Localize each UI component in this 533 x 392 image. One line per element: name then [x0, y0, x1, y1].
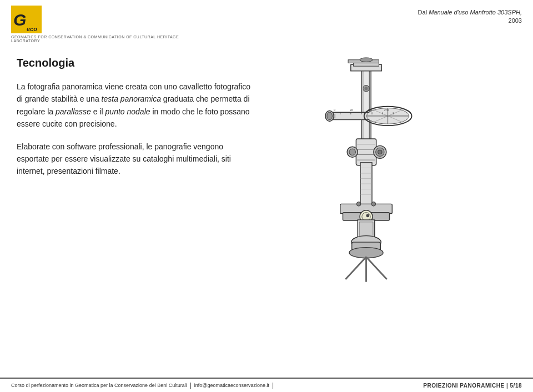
- svg-point-63: [356, 202, 361, 207]
- svg-point-28: [378, 150, 383, 154]
- page-number: 5/18: [510, 383, 522, 389]
- header-right: Dal Manuale d'uso Manfrotto 303SPH, 2003: [418, 6, 522, 26]
- footer: Corso di perfezionamento in Geomatica pe…: [0, 378, 533, 392]
- text-area: Tecnologia La fotografia panoramica vien…: [17, 51, 255, 375]
- svg-point-13: [327, 112, 333, 119]
- page-container: G eco GEOMATICS FOR CONSERVATION & COMMU…: [0, 0, 533, 392]
- image-area: 0 90 180 270: [266, 51, 477, 375]
- svg-text:180: 180: [368, 109, 372, 112]
- svg-point-42: [366, 214, 370, 218]
- svg-line-50: [366, 257, 387, 279]
- panoramic-head-illustration: 0 90 180 270: [283, 57, 461, 290]
- footer-divider-3: |: [506, 383, 508, 389]
- svg-point-8: [360, 58, 373, 62]
- svg-text:270: 270: [384, 109, 389, 112]
- page-total: 18: [515, 383, 522, 389]
- footer-divider-1: |: [190, 381, 192, 389]
- page-current: 5: [510, 383, 514, 389]
- svg-text:eco: eco: [27, 26, 37, 32]
- svg-point-30: [349, 149, 355, 155]
- footer-section-label: PROIEZIONI PANORAMICHE | 5/18: [423, 383, 522, 389]
- source-year: 2003: [509, 17, 522, 24]
- main-content: Tecnologia La fotografia panoramica vien…: [0, 46, 533, 378]
- source-label: Dal: [418, 9, 428, 16]
- body-text-1: La fotografia panoramica viene creata co…: [17, 81, 255, 130]
- svg-point-47: [349, 248, 383, 258]
- footer-divider-2: |: [272, 381, 274, 389]
- paragraph-2: Elaborate con software professionali, le…: [17, 140, 255, 178]
- svg-line-48: [345, 257, 366, 279]
- paragraph-1: La fotografia panoramica viene creata co…: [17, 81, 255, 130]
- svg-point-52: [365, 87, 368, 90]
- svg-text:G: G: [13, 11, 26, 29]
- body-text-2: Elaborate con software professionali, le…: [17, 140, 255, 178]
- section-title: Tecnologia: [17, 57, 255, 69]
- section-label-text: PROIEZIONI PANORAMICHE: [423, 383, 504, 389]
- source-title: Manuale d'uso Manfrotto 303SPH,: [429, 9, 522, 16]
- logo-box: G eco: [11, 6, 42, 33]
- svg-text:90: 90: [350, 109, 353, 112]
- svg-text:0: 0: [334, 109, 335, 112]
- svg-point-64: [371, 202, 376, 207]
- header: G eco GEOMATICS FOR CONSERVATION & COMMU…: [0, 0, 533, 46]
- tagline: GEOMATICS FOR CONSERVATION & COMMUNICATI…: [11, 35, 200, 43]
- logo-area: G eco GEOMATICS FOR CONSERVATION & COMMU…: [11, 6, 200, 43]
- footer-course-text: Corso di perfezionamento in Geomatica pe…: [11, 383, 187, 388]
- source-text: Dal Manuale d'uso Manfrotto 303SPH, 2003: [418, 8, 522, 26]
- footer-email: info@geomaticaeconservazione.it: [194, 383, 269, 388]
- logo-icon: G eco: [11, 6, 42, 33]
